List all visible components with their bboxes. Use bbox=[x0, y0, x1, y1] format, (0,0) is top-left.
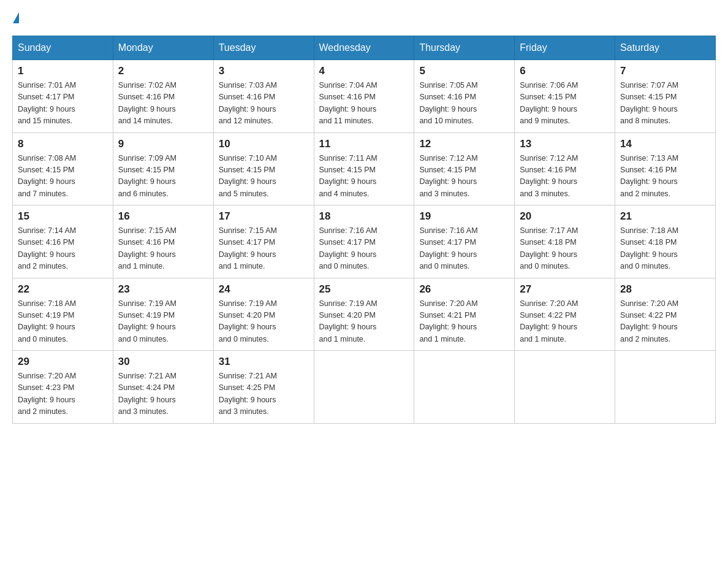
day-info: Sunrise: 7:03 AMSunset: 4:16 PMDaylight:… bbox=[219, 80, 309, 128]
day-info: Sunrise: 7:15 AMSunset: 4:17 PMDaylight:… bbox=[219, 225, 309, 273]
calendar-cell: 16Sunrise: 7:15 AMSunset: 4:16 PMDayligh… bbox=[113, 205, 213, 278]
calendar-cell: 18Sunrise: 7:16 AMSunset: 4:17 PMDayligh… bbox=[314, 205, 414, 278]
day-info: Sunrise: 7:20 AMSunset: 4:21 PMDaylight:… bbox=[419, 298, 509, 346]
day-info: Sunrise: 7:19 AMSunset: 4:19 PMDaylight:… bbox=[118, 298, 208, 346]
day-number: 18 bbox=[319, 210, 409, 223]
day-number: 6 bbox=[520, 65, 610, 77]
header-saturday: Saturday bbox=[615, 36, 716, 60]
calendar-cell bbox=[414, 351, 515, 424]
calendar-table: SundayMondayTuesdayWednesdayThursdayFrid… bbox=[12, 36, 716, 424]
day-number: 12 bbox=[419, 138, 509, 150]
day-info: Sunrise: 7:20 AMSunset: 4:22 PMDaylight:… bbox=[520, 298, 610, 346]
day-number: 1 bbox=[18, 65, 108, 77]
header-thursday: Thursday bbox=[414, 36, 515, 60]
day-info: Sunrise: 7:13 AMSunset: 4:16 PMDaylight:… bbox=[620, 153, 710, 201]
header-monday: Monday bbox=[113, 36, 213, 60]
day-number: 16 bbox=[118, 210, 208, 223]
day-number: 8 bbox=[18, 138, 108, 150]
day-number: 11 bbox=[319, 138, 409, 150]
week-row-4: 22Sunrise: 7:18 AMSunset: 4:19 PMDayligh… bbox=[13, 278, 716, 351]
calendar-cell: 10Sunrise: 7:10 AMSunset: 4:15 PMDayligh… bbox=[213, 132, 314, 205]
calendar-cell: 30Sunrise: 7:21 AMSunset: 4:24 PMDayligh… bbox=[113, 351, 213, 424]
day-number: 9 bbox=[118, 138, 208, 150]
day-info: Sunrise: 7:19 AMSunset: 4:20 PMDaylight:… bbox=[319, 298, 409, 346]
day-info: Sunrise: 7:08 AMSunset: 4:15 PMDaylight:… bbox=[18, 153, 108, 201]
logo-triangle-icon bbox=[13, 12, 19, 23]
calendar-cell: 22Sunrise: 7:18 AMSunset: 4:19 PMDayligh… bbox=[13, 278, 113, 351]
day-info: Sunrise: 7:12 AMSunset: 4:16 PMDaylight:… bbox=[520, 153, 610, 201]
day-info: Sunrise: 7:20 AMSunset: 4:23 PMDaylight:… bbox=[18, 370, 108, 418]
day-info: Sunrise: 7:09 AMSunset: 4:15 PMDaylight:… bbox=[118, 153, 208, 201]
calendar-cell: 2Sunrise: 7:02 AMSunset: 4:16 PMDaylight… bbox=[113, 60, 213, 133]
day-info: Sunrise: 7:05 AMSunset: 4:16 PMDaylight:… bbox=[419, 80, 509, 128]
calendar-cell: 25Sunrise: 7:19 AMSunset: 4:20 PMDayligh… bbox=[314, 278, 414, 351]
day-info: Sunrise: 7:02 AMSunset: 4:16 PMDaylight:… bbox=[118, 80, 208, 128]
day-info: Sunrise: 7:06 AMSunset: 4:15 PMDaylight:… bbox=[520, 80, 610, 128]
day-number: 23 bbox=[118, 283, 208, 296]
day-info: Sunrise: 7:19 AMSunset: 4:20 PMDaylight:… bbox=[219, 298, 309, 346]
header-wednesday: Wednesday bbox=[314, 36, 414, 60]
day-info: Sunrise: 7:20 AMSunset: 4:22 PMDaylight:… bbox=[620, 298, 710, 346]
calendar-cell: 14Sunrise: 7:13 AMSunset: 4:16 PMDayligh… bbox=[615, 132, 716, 205]
calendar-cell: 15Sunrise: 7:14 AMSunset: 4:16 PMDayligh… bbox=[13, 205, 113, 278]
calendar-cell: 6Sunrise: 7:06 AMSunset: 4:15 PMDaylight… bbox=[515, 60, 615, 133]
day-number: 26 bbox=[419, 283, 509, 296]
day-info: Sunrise: 7:07 AMSunset: 4:15 PMDaylight:… bbox=[620, 80, 710, 128]
calendar-cell: 24Sunrise: 7:19 AMSunset: 4:20 PMDayligh… bbox=[213, 278, 314, 351]
day-number: 30 bbox=[118, 356, 208, 368]
day-number: 17 bbox=[219, 210, 309, 223]
calendar-cell: 7Sunrise: 7:07 AMSunset: 4:15 PMDaylight… bbox=[615, 60, 716, 133]
day-number: 7 bbox=[620, 65, 710, 77]
day-number: 19 bbox=[419, 210, 509, 223]
day-number: 15 bbox=[18, 210, 108, 223]
calendar-cell: 12Sunrise: 7:12 AMSunset: 4:15 PMDayligh… bbox=[414, 132, 515, 205]
calendar-cell: 9Sunrise: 7:09 AMSunset: 4:15 PMDaylight… bbox=[113, 132, 213, 205]
day-number: 4 bbox=[319, 65, 409, 77]
header-tuesday: Tuesday bbox=[213, 36, 314, 60]
calendar-cell: 20Sunrise: 7:17 AMSunset: 4:18 PMDayligh… bbox=[515, 205, 615, 278]
calendar-cell: 11Sunrise: 7:11 AMSunset: 4:15 PMDayligh… bbox=[314, 132, 414, 205]
day-number: 28 bbox=[620, 283, 710, 296]
calendar-cell bbox=[515, 351, 615, 424]
day-number: 24 bbox=[219, 283, 309, 296]
day-number: 25 bbox=[319, 283, 409, 296]
day-number: 22 bbox=[18, 283, 108, 296]
day-number: 27 bbox=[520, 283, 610, 296]
calendar-cell: 27Sunrise: 7:20 AMSunset: 4:22 PMDayligh… bbox=[515, 278, 615, 351]
day-info: Sunrise: 7:04 AMSunset: 4:16 PMDaylight:… bbox=[319, 80, 409, 128]
day-info: Sunrise: 7:15 AMSunset: 4:16 PMDaylight:… bbox=[118, 225, 208, 273]
day-info: Sunrise: 7:14 AMSunset: 4:16 PMDaylight:… bbox=[18, 225, 108, 273]
calendar-cell: 29Sunrise: 7:20 AMSunset: 4:23 PMDayligh… bbox=[13, 351, 113, 424]
calendar-cell: 17Sunrise: 7:15 AMSunset: 4:17 PMDayligh… bbox=[213, 205, 314, 278]
calendar-cell: 3Sunrise: 7:03 AMSunset: 4:16 PMDaylight… bbox=[213, 60, 314, 133]
week-row-3: 15Sunrise: 7:14 AMSunset: 4:16 PMDayligh… bbox=[13, 205, 716, 278]
header-friday: Friday bbox=[515, 36, 615, 60]
calendar-cell: 28Sunrise: 7:20 AMSunset: 4:22 PMDayligh… bbox=[615, 278, 716, 351]
day-info: Sunrise: 7:11 AMSunset: 4:15 PMDaylight:… bbox=[319, 153, 409, 201]
week-row-5: 29Sunrise: 7:20 AMSunset: 4:23 PMDayligh… bbox=[13, 351, 716, 424]
week-row-2: 8Sunrise: 7:08 AMSunset: 4:15 PMDaylight… bbox=[13, 132, 716, 205]
calendar-cell: 13Sunrise: 7:12 AMSunset: 4:16 PMDayligh… bbox=[515, 132, 615, 205]
day-info: Sunrise: 7:17 AMSunset: 4:18 PMDaylight:… bbox=[520, 225, 610, 273]
day-info: Sunrise: 7:21 AMSunset: 4:24 PMDaylight:… bbox=[118, 370, 208, 418]
day-number: 14 bbox=[620, 138, 710, 150]
day-info: Sunrise: 7:12 AMSunset: 4:15 PMDaylight:… bbox=[419, 153, 509, 201]
day-info: Sunrise: 7:18 AMSunset: 4:19 PMDaylight:… bbox=[18, 298, 108, 346]
day-number: 2 bbox=[118, 65, 208, 77]
day-number: 31 bbox=[219, 356, 309, 368]
day-number: 20 bbox=[520, 210, 610, 223]
calendar-header-row: SundayMondayTuesdayWednesdayThursdayFrid… bbox=[13, 36, 716, 60]
day-number: 21 bbox=[620, 210, 710, 223]
logo bbox=[12, 12, 19, 23]
calendar-cell: 5Sunrise: 7:05 AMSunset: 4:16 PMDaylight… bbox=[414, 60, 515, 133]
day-info: Sunrise: 7:10 AMSunset: 4:15 PMDaylight:… bbox=[219, 153, 309, 201]
week-row-1: 1Sunrise: 7:01 AMSunset: 4:17 PMDaylight… bbox=[13, 60, 716, 133]
calendar-cell: 26Sunrise: 7:20 AMSunset: 4:21 PMDayligh… bbox=[414, 278, 515, 351]
day-info: Sunrise: 7:16 AMSunset: 4:17 PMDaylight:… bbox=[319, 225, 409, 273]
day-info: Sunrise: 7:01 AMSunset: 4:17 PMDaylight:… bbox=[18, 80, 108, 128]
day-number: 3 bbox=[219, 65, 309, 77]
day-number: 29 bbox=[18, 356, 108, 368]
calendar-cell: 4Sunrise: 7:04 AMSunset: 4:16 PMDaylight… bbox=[314, 60, 414, 133]
day-info: Sunrise: 7:16 AMSunset: 4:17 PMDaylight:… bbox=[419, 225, 509, 273]
page-header bbox=[12, 12, 716, 23]
